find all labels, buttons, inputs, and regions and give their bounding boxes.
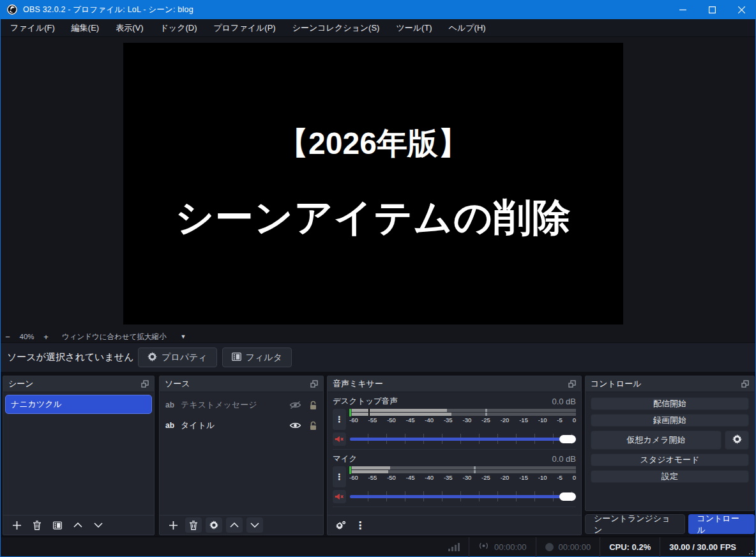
mute-button[interactable] [333,432,346,446]
popout-icon[interactable] [310,380,318,388]
zoom-out-button[interactable]: − [1,332,15,342]
popout-icon[interactable] [741,380,749,388]
dock-tab-bar: シーントランジション コントロール [585,514,755,534]
fps-segment: 30.00 / 30.00 FPS [660,537,745,557]
scene-move-up-button[interactable] [70,517,86,533]
menu-tools[interactable]: ツール(T) [388,19,440,37]
meter-scale-label: -55 [368,416,377,424]
start-recording-button[interactable]: 録画開始 [591,414,749,427]
menu-scene-collection[interactable]: シーンコレクション(S) [284,19,388,37]
virtual-camera-settings-button[interactable] [725,431,749,450]
scene-filters-button[interactable] [49,517,66,533]
sources-dock-title: ソース [165,378,190,390]
maximize-button[interactable] [697,0,727,19]
meter-scale-label: -35 [444,474,453,482]
lock-open-icon[interactable] [309,401,317,410]
source-move-up-button[interactable] [226,517,243,533]
remove-source-button[interactable] [185,517,202,533]
audio-mixer-dock: 音声ミキサー デスクトップ音声 0.0 dB ⋮ [327,376,582,535]
preview-area: 【2026年版】 シーンアイテムの削除 [1,37,755,331]
properties-button[interactable]: プロパティ [138,347,217,367]
meter-scale-label: -15 [519,416,528,424]
menu-docks[interactable]: ドック(D) [152,19,206,37]
studio-mode-button[interactable]: スタジオモード [591,454,749,466]
properties-label: プロパティ [162,352,208,363]
stream-time: 00:00:00 [494,542,527,552]
source-properties-button[interactable] [206,517,222,533]
meter-scale-label: -25 [481,474,490,482]
meter-scale-label: -60 [349,416,358,424]
menu-file[interactable]: ファイル(F) [2,19,63,37]
window-controls [668,0,756,19]
scenes-toolbar [3,515,154,535]
window-title: OBS 32.0.2 - プロファイル: LoL - シーン: blog [23,4,193,15]
add-scene-button[interactable] [8,517,25,533]
scenes-dock: シーン ナニカツクル [3,376,155,535]
visibility-visible-icon[interactable] [289,421,301,430]
record-time-segment: 00:00:00 [536,537,600,557]
record-time: 00:00:00 [559,542,591,552]
scene-list-item[interactable]: ナニカツクル [5,395,152,414]
source-row[interactable]: ab テキストメッセージ [160,395,323,415]
canvas-text-line1: 【2026年版】 [278,123,469,164]
channel-menu-button[interactable]: ⋮ [333,409,346,430]
meter-scale-label: -10 [538,474,547,482]
filters-label: フィルタ [246,352,282,363]
text-source-type-icon: ab [165,421,174,430]
popout-icon[interactable] [568,380,576,388]
canvas-text-line2: シーンアイテムの削除 [176,192,571,244]
remove-scene-button[interactable] [29,517,45,533]
zoom-in-button[interactable]: + [39,332,53,342]
meter-scale-label: -10 [538,416,547,424]
volume-slider-handle[interactable] [559,435,576,443]
visibility-hidden-icon[interactable] [289,401,301,409]
channel-menu-button[interactable]: ⋮ [333,466,346,487]
volume-slider[interactable] [350,432,576,446]
zoom-dropdown-caret-icon[interactable]: ▼ [180,333,186,340]
menu-view[interactable]: 表示(V) [107,19,151,37]
source-move-down-button[interactable] [246,517,263,533]
lock-open-icon[interactable] [309,421,317,431]
meter-scale: -60-55-50-45-40-35-30-25-20-15-10-50 [349,416,576,424]
volume-slider-handle[interactable] [559,492,576,501]
source-row[interactable]: ab タイトル [160,415,323,436]
meter-scale-label: -25 [481,416,490,424]
minimize-button[interactable] [668,0,697,19]
mute-button[interactable] [333,490,346,503]
tab-scene-transitions[interactable]: シーントランジション [585,514,685,534]
filters-button[interactable]: フィルタ [222,347,292,367]
advanced-audio-properties-button[interactable] [335,517,346,533]
add-source-button[interactable] [165,517,181,533]
fit-to-window-label[interactable]: ウィンドウに合わせて拡大縮小 [62,332,166,342]
volume-slider[interactable] [350,489,576,503]
record-icon [545,543,554,551]
menu-help[interactable]: ヘルプ(H) [441,19,494,37]
close-button[interactable] [727,0,756,19]
mixer-menu-button[interactable]: ⋮ [355,517,365,533]
settings-button[interactable]: 設定 [591,470,749,483]
meter-scale-label: -55 [368,474,377,482]
source-name: タイトル [181,420,215,431]
scene-move-down-button[interactable] [90,517,107,533]
volume-meter: -60-55-50-45-40-35-30-25-20-15-10-50 [349,409,576,430]
signal-bars-icon [448,542,460,551]
meter-scale-label: 0 [573,474,576,482]
scene-name: ナニカツクル [11,399,62,410]
program-canvas[interactable]: 【2026年版】 シーンアイテムの削除 [123,43,623,324]
tab-controls[interactable]: コントロール [688,514,755,534]
start-virtual-camera-button[interactable]: 仮想カメラ開始 [591,431,722,450]
scenes-dock-title: シーン [8,378,34,390]
scenes-dock-header: シーン [3,376,154,392]
mixer-dock-header: 音声ミキサー [328,376,581,392]
obs-logo-icon [6,4,18,15]
docks-area: シーン ナニカツクル [1,372,755,537]
menu-edit[interactable]: 編集(E) [63,19,107,37]
gear-icon [147,352,157,363]
mixer-toolbar: ⋮ [328,515,581,535]
meter-scale-label: -20 [501,474,510,482]
meter-scale-label: -45 [406,474,415,482]
start-streaming-button[interactable]: 配信開始 [591,397,749,410]
resize-grip[interactable] [745,537,754,557]
menu-profile[interactable]: プロファイル(P) [205,19,284,37]
popout-icon[interactable] [141,380,149,388]
